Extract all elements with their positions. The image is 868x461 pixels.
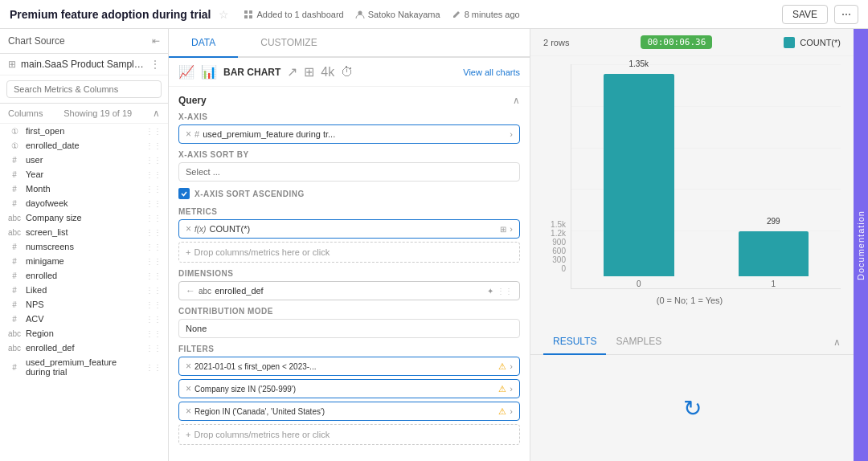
col-name: enrolled_def — [26, 343, 141, 353]
filter-1-remove-icon[interactable]: × — [186, 361, 191, 372]
list-item[interactable]: # ACV ⋮⋮ — [0, 312, 168, 326]
metrics-arrow-icon[interactable]: › — [510, 224, 513, 234]
col-type-icon: # — [8, 243, 21, 251]
filter-item-3[interactable]: × Region IN ('Canada', 'United States') … — [178, 402, 520, 421]
metrics-settings-icon[interactable]: ⊞ — [500, 225, 506, 234]
checkmark-icon — [180, 190, 188, 198]
search-input[interactable] — [6, 80, 162, 98]
drag-handle-icon[interactable]: ⋮⋮ — [145, 315, 162, 324]
list-item[interactable]: # dayofweek ⋮⋮ — [0, 196, 168, 210]
legend-color — [784, 37, 795, 48]
y-axis: 1.5k 1.2k 900 600 300 0 — [538, 220, 571, 289]
sort-ascending-label: X-AXIS SORT ASCENDING — [194, 190, 305, 198]
chart-source-header: Chart Source ⇤ — [0, 29, 168, 54]
list-item[interactable]: ① first_open ⋮⋮ — [0, 124, 168, 138]
more-button[interactable]: ⋯ — [834, 5, 858, 24]
filter-3-arrow-icon[interactable]: › — [510, 406, 513, 416]
drag-handle-icon[interactable]: ⋮⋮ — [145, 344, 162, 353]
col-type-icon: # — [8, 257, 21, 266]
query-collapse-icon[interactable]: ∧ — [513, 95, 520, 106]
bar-chart-icon[interactable]: 📊 — [201, 64, 217, 80]
metrics-field[interactable]: × f(x) COUNT(*) ⊞ › — [178, 219, 520, 239]
col-type-icon: # — [8, 199, 21, 208]
save-button[interactable]: SAVE — [782, 5, 828, 24]
scatter-chart-icon[interactable]: ↗ — [287, 64, 297, 80]
list-item[interactable]: # used_premium_feature during trial ⋮⋮ — [0, 355, 168, 379]
source-more-icon[interactable]: ⋮ — [150, 59, 160, 70]
drag-handle-icon[interactable]: ⋮⋮ — [145, 329, 162, 338]
tab-results[interactable]: RESULTS — [543, 329, 606, 355]
columns-collapse-icon[interactable]: ∧ — [153, 108, 160, 119]
list-item[interactable]: abc screen_list ⋮⋮ — [0, 225, 168, 239]
columns-label: Columns — [8, 108, 43, 118]
list-item[interactable]: # minigame ⋮⋮ — [0, 254, 168, 268]
number-icon[interactable]: 4k — [321, 65, 334, 80]
metrics-drop-zone[interactable]: + Drop columns/metrics here or click — [178, 242, 520, 263]
filter-2-arrow-icon[interactable]: › — [510, 384, 513, 394]
x-label-0: 0 — [637, 279, 641, 288]
filter-item-1[interactable]: × 2021-01-01 ≤ first_open < 2023-... ⚠ › — [178, 357, 520, 376]
list-item[interactable]: # user ⋮⋮ — [0, 153, 168, 167]
list-item[interactable]: # enrolled ⋮⋮ — [0, 268, 168, 283]
list-item[interactable]: # Liked ⋮⋮ — [0, 283, 168, 297]
x-axis-remove-icon[interactable]: × — [186, 129, 191, 140]
chart-source-label: Chart Source — [8, 35, 65, 47]
documentation-sidebar[interactable]: Documentation — [854, 29, 868, 461]
row-count: 2 rows — [543, 38, 569, 47]
drag-handle-icon[interactable]: ⋮⋮ — [145, 141, 162, 150]
contribution-select[interactable]: None — [178, 319, 520, 338]
drag-handle-icon[interactable]: ⋮⋮ — [145, 300, 162, 309]
x-axis-hash-icon: # — [194, 129, 199, 139]
drag-handle-icon[interactable]: ⋮⋮ — [145, 170, 162, 179]
chart-and-results: 2 rows 00:00:06.36 COUNT(*) 1.5k 1.2k 90… — [530, 29, 854, 461]
bar-0-label: 1.35k — [629, 59, 649, 68]
drag-handle-icon[interactable]: ⋮⋮ — [145, 127, 162, 136]
line-chart-icon[interactable]: 📈 — [178, 64, 194, 80]
metrics-remove-icon[interactable]: × — [186, 223, 191, 235]
dimension-remove-icon[interactable]: ← — [186, 285, 195, 296]
filter-2-remove-icon[interactable]: × — [186, 383, 191, 394]
list-item[interactable]: ① enrolled_date ⋮⋮ — [0, 138, 168, 153]
view-all-charts-link[interactable]: View all charts — [463, 67, 520, 77]
x-axis-arrow-icon[interactable]: › — [510, 129, 513, 139]
plus-icon: + — [186, 247, 190, 257]
drag-handle-icon[interactable]: ⋮⋮ — [145, 185, 162, 194]
filter-3-remove-icon[interactable]: × — [186, 406, 191, 417]
list-item[interactable]: abc Region ⋮⋮ — [0, 326, 168, 341]
x-axis-field[interactable]: × # used_premium_feature during tr... › — [178, 124, 520, 144]
dimension-field[interactable]: ← abc enrolled_def ✦ ⋮⋮ — [178, 281, 520, 300]
drag-handle-icon[interactable]: ⋮⋮ — [145, 286, 162, 295]
drag-handle-icon[interactable]: ⋮⋮ — [145, 257, 162, 266]
drag-handle-icon[interactable]: ⋮⋮ — [145, 214, 162, 222]
metrics-drop-label: Drop columns/metrics here or click — [194, 247, 330, 257]
filter-item-2[interactable]: × Company size IN ('250-999') ⚠ › — [178, 379, 520, 398]
drag-handle-icon[interactable]: ⋮⋮ — [145, 271, 162, 280]
drag-handle-icon[interactable]: ⋮⋮ — [145, 363, 162, 372]
x-axis-sort-label: X-AXIS SORT BY — [178, 150, 520, 159]
tab-samples[interactable]: SAMPLES — [606, 329, 671, 355]
tab-data[interactable]: DATA — [169, 29, 238, 58]
x-axis-sort-select[interactable]: Select ... — [178, 162, 520, 182]
filter-1-arrow-icon[interactable]: › — [510, 361, 513, 371]
drag-handle-icon[interactable]: ⋮⋮ — [145, 228, 162, 237]
sort-ascending-checkbox[interactable] — [178, 188, 190, 199]
filters-drop-zone[interactable]: + Drop columns/metrics here or click — [178, 424, 520, 445]
drag-handle-icon[interactable]: ⋮⋮ — [145, 199, 162, 208]
drag-handle-icon[interactable]: ⋮⋮ — [145, 156, 162, 165]
table-icon[interactable]: ⊞ — [304, 64, 314, 80]
list-item[interactable]: # Year ⋮⋮ — [0, 167, 168, 182]
list-item[interactable]: # NPS ⋮⋮ — [0, 297, 168, 312]
chart-container: 1.5k 1.2k 900 600 300 0 — [538, 64, 841, 289]
list-item[interactable]: # numscreens ⋮⋮ — [0, 239, 168, 254]
tab-customize[interactable]: CUSTOMIZE — [238, 29, 339, 58]
results-collapse-icon[interactable]: ∧ — [833, 337, 841, 348]
chart-source-collapse-icon[interactable]: ⇤ — [152, 35, 160, 47]
bar-0: 1.35k — [604, 74, 674, 276]
drag-handle-icon[interactable]: ⋮⋮ — [145, 243, 162, 251]
list-item[interactable]: # Month ⋮⋮ — [0, 182, 168, 196]
query-section: Query ∧ X-AXIS × # used_premium_feature … — [169, 87, 530, 459]
star-icon[interactable]: ☆ — [219, 8, 229, 21]
list-item[interactable]: abc enrolled_def ⋮⋮ — [0, 341, 168, 355]
clock-icon[interactable]: ⏱ — [341, 65, 354, 80]
list-item[interactable]: abc Company size ⋮⋮ — [0, 210, 168, 225]
